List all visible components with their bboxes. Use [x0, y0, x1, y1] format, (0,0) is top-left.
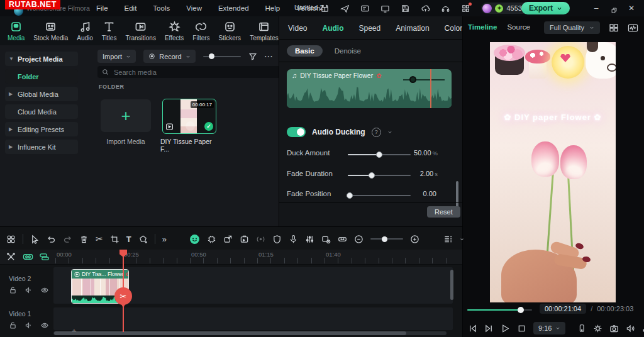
- tab-speed[interactable]: Speed: [358, 24, 380, 33]
- tab-transitions[interactable]: Transitions: [121, 19, 160, 43]
- media-clip-card[interactable]: 00:00:17 ✓: [162, 99, 216, 134]
- mute-track-icon[interactable]: [25, 321, 33, 329]
- sidebar-item-folder[interactable]: Folder: [5, 69, 78, 84]
- lock-track-icon[interactable]: [9, 321, 17, 329]
- video-preview[interactable]: ✿ DIY paper Flower ✿: [490, 42, 616, 302]
- tab-media[interactable]: Media: [4, 19, 28, 43]
- chevron-down-icon[interactable]: [387, 130, 392, 135]
- chevron-down-icon[interactable]: [460, 237, 464, 241]
- track-height-icon[interactable]: [443, 235, 453, 244]
- audio-ducking-toggle[interactable]: [287, 127, 306, 137]
- scopes-icon[interactable]: [628, 23, 638, 33]
- menu-tools[interactable]: Tools: [145, 0, 178, 16]
- mask-tool-icon[interactable]: [138, 235, 148, 244]
- playback-settings-icon[interactable]: [593, 324, 602, 333]
- more-options-icon[interactable]: ···: [265, 53, 274, 60]
- zoom-out-icon[interactable]: [354, 235, 364, 244]
- auto-fit-icon[interactable]: [338, 235, 347, 244]
- sidebar-item-cloud-media[interactable]: Cloud Media: [5, 104, 78, 119]
- multiview-grid-icon[interactable]: [609, 23, 619, 33]
- menu-help[interactable]: Help: [257, 0, 289, 16]
- text-tool-icon[interactable]: T: [126, 235, 131, 244]
- import-button[interactable]: Import: [97, 50, 136, 63]
- clip-template-icon[interactable]: [240, 235, 249, 244]
- tab-audio[interactable]: Audio: [73, 19, 97, 43]
- slider-knob[interactable]: [347, 192, 353, 199]
- tab-source-preview[interactable]: Source: [507, 23, 530, 31]
- lock-track-icon[interactable]: [9, 286, 17, 294]
- minimize-button[interactable]: –: [587, 0, 605, 16]
- aspect-ratio-dropdown[interactable]: 9:16: [533, 322, 565, 334]
- timeline-v-scrollbar[interactable]: [450, 270, 453, 300]
- slider-knob[interactable]: [369, 172, 375, 179]
- menu-extended[interactable]: Extended: [210, 0, 257, 16]
- progress-handle[interactable]: [518, 307, 524, 313]
- tab-stickers[interactable]: Stickers: [215, 19, 245, 43]
- phone-preview-icon[interactable]: [577, 324, 586, 333]
- sidebar-item-project-media[interactable]: ▼Project Media: [5, 52, 78, 66]
- tab-video[interactable]: Video: [288, 24, 307, 33]
- sidebar-item-global-media[interactable]: ▶Global Media: [5, 87, 78, 101]
- tab-audio-props[interactable]: Audio: [322, 24, 343, 33]
- voiceover-mic-icon[interactable]: [289, 235, 298, 244]
- tab-animation[interactable]: Animation: [396, 24, 429, 33]
- tab-timeline-preview[interactable]: Timeline: [468, 23, 497, 31]
- timeline-zoom-slider[interactable]: [370, 235, 403, 243]
- headset-icon[interactable]: [441, 4, 450, 13]
- thumbnail-size-slider[interactable]: [203, 52, 241, 61]
- export-clip-icon[interactable]: [223, 235, 233, 244]
- mute-track-icon[interactable]: [25, 286, 33, 294]
- snapshot-camera-icon[interactable]: [609, 324, 619, 333]
- search-input[interactable]: [113, 68, 275, 77]
- close-button[interactable]: ✕: [623, 0, 640, 16]
- render-preview-icon[interactable]: [321, 235, 331, 244]
- gift-icon[interactable]: [320, 4, 330, 13]
- subtab-denoise[interactable]: Denoise: [326, 45, 369, 57]
- clip-volume-knob[interactable]: [409, 76, 416, 83]
- menu-edit[interactable]: Edit: [116, 0, 145, 16]
- tab-stock-media[interactable]: Stock Media: [30, 19, 72, 43]
- record-button[interactable]: Record: [143, 50, 195, 63]
- stop-button[interactable]: [517, 324, 526, 333]
- split-scissors-icon[interactable]: ✂: [96, 234, 103, 244]
- tab-titles[interactable]: Titles: [98, 19, 121, 43]
- cloud-upload-icon[interactable]: [421, 4, 430, 13]
- redo-icon[interactable]: [63, 235, 72, 244]
- sidebar-item-influence-kit[interactable]: ▶Influence Kit: [5, 140, 78, 154]
- help-icon[interactable]: ?: [372, 128, 381, 137]
- slider-knob[interactable]: [376, 152, 382, 158]
- task-list-icon[interactable]: [360, 4, 370, 13]
- undo-icon[interactable]: [47, 235, 56, 244]
- zoom-in-icon[interactable]: [410, 235, 419, 244]
- scrollbar-thumb[interactable]: [54, 331, 406, 335]
- link-clips-icon[interactable]: [23, 252, 33, 262]
- tab-templates[interactable]: Templates: [246, 19, 282, 43]
- save-icon[interactable]: [401, 4, 410, 13]
- slider-knob[interactable]: [209, 53, 214, 59]
- import-media-card[interactable]: +: [101, 99, 151, 132]
- menu-view[interactable]: View: [178, 0, 210, 16]
- ripple-trim-icon[interactable]: [6, 252, 16, 262]
- video1-track-lane[interactable]: [53, 307, 453, 330]
- media-asset-grid-icon[interactable]: [6, 235, 16, 244]
- workspace-grid-icon[interactable]: [461, 4, 470, 13]
- preview-progress-bar[interactable]: [467, 307, 532, 313]
- play-button[interactable]: [501, 324, 510, 333]
- keyframe-icon[interactable]: [256, 235, 265, 244]
- hide-track-icon[interactable]: [40, 286, 49, 294]
- preview-volume-icon[interactable]: [626, 324, 635, 333]
- more-tools-icon[interactable]: »: [162, 235, 167, 244]
- sidebar-item-editing-presets[interactable]: ▶Editing Presets: [5, 122, 78, 136]
- next-frame-button[interactable]: [484, 324, 494, 333]
- select-tool-icon[interactable]: [30, 235, 40, 244]
- ai-chip-icon[interactable]: [207, 235, 216, 244]
- ai-copilot-icon[interactable]: [189, 234, 200, 245]
- tab-filters[interactable]: Filters: [189, 19, 213, 43]
- hide-track-icon[interactable]: [40, 321, 49, 329]
- previous-frame-button[interactable]: [468, 324, 477, 333]
- filter-funnel-icon[interactable]: [248, 52, 257, 61]
- device-icon[interactable]: [380, 4, 390, 13]
- export-button[interactable]: Export: [521, 2, 570, 14]
- tab-effects[interactable]: Effects: [161, 19, 187, 43]
- mask-shield-icon[interactable]: [272, 235, 282, 244]
